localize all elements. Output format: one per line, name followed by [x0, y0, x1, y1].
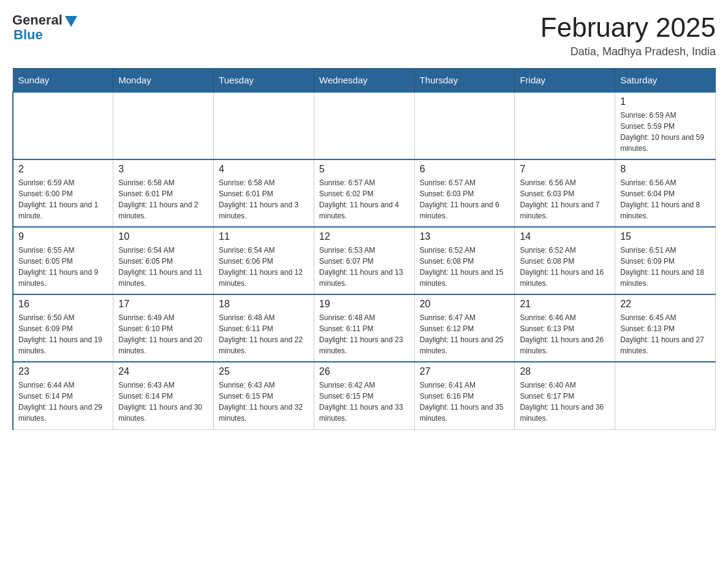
calendar-cell: 8Sunrise: 6:56 AMSunset: 6:04 PMDaylight… — [615, 159, 716, 227]
day-number: 11 — [219, 231, 309, 242]
day-number: 17 — [118, 299, 208, 310]
day-info: Sunrise: 6:47 AMSunset: 6:12 PMDaylight:… — [420, 312, 510, 356]
day-info: Sunrise: 6:55 AMSunset: 6:05 PMDaylight:… — [18, 245, 108, 289]
calendar-cell — [515, 92, 615, 159]
day-info: Sunrise: 6:43 AMSunset: 6:15 PMDaylight:… — [219, 380, 309, 424]
calendar-cell: 9Sunrise: 6:55 AMSunset: 6:05 PMDaylight… — [13, 227, 113, 294]
day-number: 20 — [420, 299, 510, 310]
calendar-week-4: 16Sunrise: 6:50 AMSunset: 6:09 PMDayligh… — [13, 294, 716, 362]
calendar-cell: 16Sunrise: 6:50 AMSunset: 6:09 PMDayligh… — [13, 294, 113, 362]
weekday-header-monday: Monday — [113, 69, 214, 93]
day-number: 22 — [620, 299, 710, 310]
location-title: Datia, Madhya Pradesh, India — [540, 45, 716, 58]
calendar-cell: 22Sunrise: 6:45 AMSunset: 6:13 PMDayligh… — [615, 294, 716, 362]
day-number: 23 — [18, 366, 108, 377]
day-info: Sunrise: 6:42 AMSunset: 6:15 PMDaylight:… — [319, 380, 409, 424]
calendar-cell: 10Sunrise: 6:54 AMSunset: 6:05 PMDayligh… — [113, 227, 214, 294]
calendar-week-5: 23Sunrise: 6:44 AMSunset: 6:14 PMDayligh… — [13, 362, 716, 429]
month-title: February 2025 — [540, 12, 716, 43]
calendar-week-1: 1Sunrise: 6:59 AMSunset: 5:59 PMDaylight… — [13, 92, 716, 159]
day-number: 1 — [620, 96, 710, 107]
day-info: Sunrise: 6:49 AMSunset: 6:10 PMDaylight:… — [118, 312, 208, 356]
day-number: 3 — [118, 164, 208, 175]
weekday-header-thursday: Thursday — [414, 69, 515, 93]
calendar-cell — [13, 92, 113, 159]
day-info: Sunrise: 6:52 AMSunset: 6:08 PMDaylight:… — [520, 245, 610, 289]
day-info: Sunrise: 6:57 AMSunset: 6:03 PMDaylight:… — [420, 177, 510, 221]
weekday-header-friday: Friday — [515, 69, 615, 93]
day-number: 13 — [420, 231, 510, 242]
day-number: 27 — [420, 366, 510, 377]
calendar-cell: 18Sunrise: 6:48 AMSunset: 6:11 PMDayligh… — [214, 294, 314, 362]
day-info: Sunrise: 6:48 AMSunset: 6:11 PMDaylight:… — [219, 312, 309, 356]
day-number: 5 — [319, 164, 409, 175]
day-number: 9 — [18, 231, 108, 242]
day-info: Sunrise: 6:54 AMSunset: 6:05 PMDaylight:… — [118, 245, 208, 289]
day-number: 12 — [319, 231, 409, 242]
calendar-cell: 6Sunrise: 6:57 AMSunset: 6:03 PMDaylight… — [414, 159, 515, 227]
day-number: 15 — [620, 231, 710, 242]
day-info: Sunrise: 6:44 AMSunset: 6:14 PMDaylight:… — [18, 380, 108, 424]
calendar-week-3: 9Sunrise: 6:55 AMSunset: 6:05 PMDaylight… — [13, 227, 716, 294]
calendar-header-row: SundayMondayTuesdayWednesdayThursdayFrid… — [13, 69, 716, 93]
day-info: Sunrise: 6:58 AMSunset: 6:01 PMDaylight:… — [118, 177, 208, 221]
day-number: 26 — [319, 366, 409, 377]
calendar-cell: 4Sunrise: 6:58 AMSunset: 6:01 PMDaylight… — [214, 159, 314, 227]
day-number: 4 — [219, 164, 309, 175]
day-info: Sunrise: 6:43 AMSunset: 6:14 PMDaylight:… — [118, 380, 208, 424]
day-number: 7 — [520, 164, 610, 175]
calendar-cell: 17Sunrise: 6:49 AMSunset: 6:10 PMDayligh… — [113, 294, 214, 362]
calendar-cell — [414, 92, 515, 159]
weekday-header-sunday: Sunday — [13, 69, 113, 93]
calendar-cell: 13Sunrise: 6:52 AMSunset: 6:08 PMDayligh… — [414, 227, 515, 294]
title-area: February 2025 Datia, Madhya Pradesh, Ind… — [540, 12, 716, 58]
calendar-cell: 20Sunrise: 6:47 AMSunset: 6:12 PMDayligh… — [414, 294, 515, 362]
day-info: Sunrise: 6:51 AMSunset: 6:09 PMDaylight:… — [620, 245, 710, 289]
logo-general-text: General — [12, 12, 63, 28]
calendar-cell: 3Sunrise: 6:58 AMSunset: 6:01 PMDaylight… — [113, 159, 214, 227]
day-number: 21 — [520, 299, 610, 310]
calendar-cell: 11Sunrise: 6:54 AMSunset: 6:06 PMDayligh… — [214, 227, 314, 294]
day-info: Sunrise: 6:46 AMSunset: 6:13 PMDaylight:… — [520, 312, 610, 356]
calendar-cell: 5Sunrise: 6:57 AMSunset: 6:02 PMDaylight… — [314, 159, 414, 227]
calendar-cell: 15Sunrise: 6:51 AMSunset: 6:09 PMDayligh… — [615, 227, 716, 294]
calendar-cell — [113, 92, 214, 159]
day-info: Sunrise: 6:56 AMSunset: 6:04 PMDaylight:… — [620, 177, 710, 221]
calendar-cell: 26Sunrise: 6:42 AMSunset: 6:15 PMDayligh… — [314, 362, 414, 429]
day-number: 8 — [620, 164, 710, 175]
day-number: 28 — [520, 366, 610, 377]
calendar-cell: 12Sunrise: 6:53 AMSunset: 6:07 PMDayligh… — [314, 227, 414, 294]
day-info: Sunrise: 6:50 AMSunset: 6:09 PMDaylight:… — [18, 312, 108, 356]
calendar-cell: 21Sunrise: 6:46 AMSunset: 6:13 PMDayligh… — [515, 294, 615, 362]
calendar-week-2: 2Sunrise: 6:59 AMSunset: 6:00 PMDaylight… — [13, 159, 716, 227]
logo: General Blue — [12, 12, 77, 43]
weekday-header-tuesday: Tuesday — [214, 69, 314, 93]
day-number: 16 — [18, 299, 108, 310]
day-number: 18 — [219, 299, 309, 310]
day-number: 2 — [18, 164, 108, 175]
calendar-cell: 28Sunrise: 6:40 AMSunset: 6:17 PMDayligh… — [515, 362, 615, 429]
day-info: Sunrise: 6:57 AMSunset: 6:02 PMDaylight:… — [319, 177, 409, 221]
calendar-cell: 2Sunrise: 6:59 AMSunset: 6:00 PMDaylight… — [13, 159, 113, 227]
weekday-header-saturday: Saturday — [615, 69, 716, 93]
day-info: Sunrise: 6:56 AMSunset: 6:03 PMDaylight:… — [520, 177, 610, 221]
calendar-cell: 19Sunrise: 6:48 AMSunset: 6:11 PMDayligh… — [314, 294, 414, 362]
calendar-cell — [615, 362, 716, 429]
calendar-cell: 23Sunrise: 6:44 AMSunset: 6:14 PMDayligh… — [13, 362, 113, 429]
logo-triangle-icon — [65, 16, 77, 27]
day-number: 24 — [118, 366, 208, 377]
day-info: Sunrise: 6:53 AMSunset: 6:07 PMDaylight:… — [319, 245, 409, 289]
calendar-cell: 1Sunrise: 6:59 AMSunset: 5:59 PMDaylight… — [615, 92, 716, 159]
day-number: 6 — [420, 164, 510, 175]
day-info: Sunrise: 6:41 AMSunset: 6:16 PMDaylight:… — [420, 380, 510, 424]
day-info: Sunrise: 6:59 AMSunset: 6:00 PMDaylight:… — [18, 177, 108, 221]
logo-blue-text: Blue — [12, 27, 43, 43]
day-number: 14 — [520, 231, 610, 242]
calendar-cell: 7Sunrise: 6:56 AMSunset: 6:03 PMDaylight… — [515, 159, 615, 227]
day-number: 10 — [118, 231, 208, 242]
day-info: Sunrise: 6:58 AMSunset: 6:01 PMDaylight:… — [219, 177, 309, 221]
day-info: Sunrise: 6:59 AMSunset: 5:59 PMDaylight:… — [620, 110, 710, 154]
calendar-table: SundayMondayTuesdayWednesdayThursdayFrid… — [12, 68, 716, 430]
day-info: Sunrise: 6:52 AMSunset: 6:08 PMDaylight:… — [420, 245, 510, 289]
day-info: Sunrise: 6:54 AMSunset: 6:06 PMDaylight:… — [219, 245, 309, 289]
